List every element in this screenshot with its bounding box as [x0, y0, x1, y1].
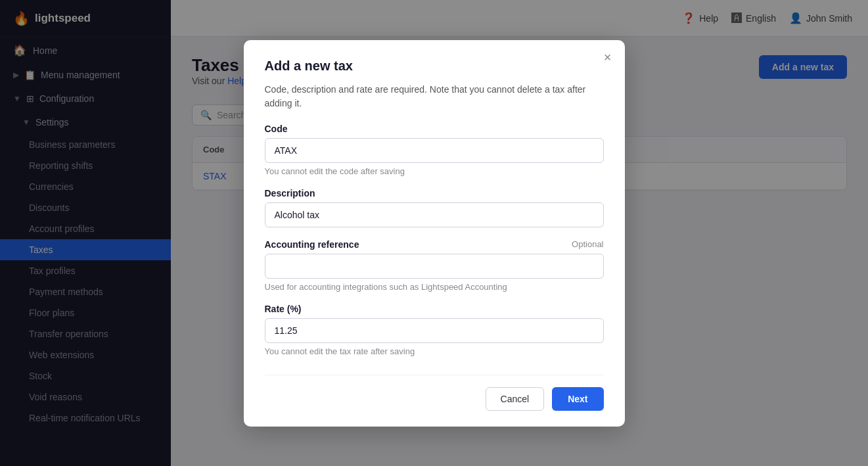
- modal-footer: Cancel Next: [265, 375, 604, 411]
- modal-title: Add a new tax: [265, 58, 604, 74]
- description-label-text: Description: [265, 188, 315, 198]
- description-input[interactable]: [265, 202, 604, 227]
- rate-label-text: Rate (%): [265, 304, 302, 314]
- accounting-ref-label: Accounting reference Optional: [265, 239, 604, 250]
- accounting-ref-hint: Used for accounting integrations such as…: [265, 282, 604, 292]
- add-tax-modal: × Add a new tax Code, description and ra…: [244, 40, 625, 427]
- rate-hint: You cannot edit the tax rate after savin…: [265, 346, 604, 356]
- rate-field-group: Rate (%) You cannot edit the tax rate af…: [265, 304, 604, 356]
- optional-badge: Optional: [572, 239, 603, 249]
- code-input[interactable]: [265, 138, 604, 163]
- code-field-group: Code You cannot edit the code after savi…: [265, 124, 604, 176]
- description-label: Description: [265, 188, 604, 198]
- description-field-group: Description: [265, 188, 604, 227]
- accounting-ref-input[interactable]: [265, 254, 604, 279]
- code-label: Code: [265, 124, 604, 134]
- accounting-ref-field-group: Accounting reference Optional Used for a…: [265, 239, 604, 292]
- code-label-text: Code: [265, 124, 288, 134]
- modal-close-button[interactable]: ×: [604, 51, 612, 64]
- modal-overlay: × Add a new tax Code, description and ra…: [0, 0, 868, 466]
- next-button[interactable]: Next: [552, 387, 603, 411]
- rate-label: Rate (%): [265, 304, 604, 314]
- accounting-ref-label-text: Accounting reference: [265, 239, 359, 250]
- rate-input[interactable]: [265, 318, 604, 343]
- cancel-button[interactable]: Cancel: [486, 387, 545, 411]
- code-hint: You cannot edit the code after saving: [265, 166, 604, 176]
- modal-description: Code, description and rate are required.…: [265, 83, 604, 110]
